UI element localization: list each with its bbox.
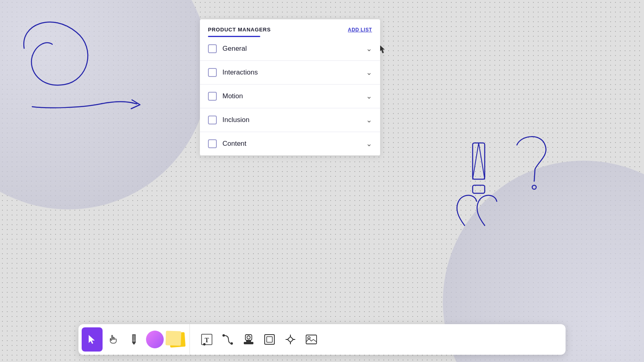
image-icon	[305, 333, 318, 346]
list-item-interactions[interactable]: Interactions ⌄	[200, 61, 380, 85]
chevron-inclusion[interactable]: ⌄	[366, 116, 372, 124]
item-label-motion: Motion	[222, 92, 243, 100]
card-header: PRODUCT MANAGERS ADD LIST	[200, 19, 380, 33]
checkbox-interactions[interactable]	[208, 68, 217, 77]
hand-tool-button[interactable]	[103, 327, 123, 352]
connector-icon	[221, 333, 234, 346]
item-label-general: General	[222, 45, 247, 53]
svg-rect-18	[267, 337, 272, 342]
list-item-general[interactable]: General ⌄	[200, 37, 380, 61]
checkbox-general[interactable]	[208, 44, 217, 53]
circle-shape-button[interactable]	[144, 327, 165, 352]
svg-rect-24	[306, 335, 317, 344]
diamond-icon	[284, 333, 297, 346]
circle-shape-icon	[146, 331, 164, 348]
cursor-icon	[86, 334, 98, 345]
svg-point-10	[203, 343, 206, 345]
toolbar-right-section: T	[193, 324, 322, 355]
chevron-content[interactable]: ⌄	[366, 139, 372, 148]
select-tool-button[interactable]	[82, 327, 103, 352]
chevron-motion[interactable]: ⌄	[366, 92, 372, 101]
svg-rect-16	[246, 340, 251, 342]
stamp-tool-button[interactable]	[238, 327, 259, 352]
pencil-icon	[128, 334, 140, 345]
text-tool-button[interactable]: T	[196, 327, 217, 352]
image-tool-button[interactable]	[301, 327, 322, 352]
pencil-tool-button[interactable]	[123, 327, 144, 352]
frame-tool-button[interactable]	[259, 327, 280, 352]
svg-point-14	[247, 336, 250, 339]
svg-rect-17	[265, 335, 274, 344]
connector-tool-button[interactable]	[217, 327, 238, 352]
list-item-inclusion[interactable]: Inclusion ⌄	[200, 108, 380, 132]
toolbar: T	[78, 324, 566, 355]
checkbox-motion[interactable]	[208, 92, 217, 101]
frame-icon	[263, 333, 276, 346]
add-list-button[interactable]: ADD LIST	[348, 27, 372, 33]
item-label-content: Content	[222, 140, 247, 148]
svg-text:T: T	[205, 337, 209, 343]
checkbox-inclusion[interactable]	[208, 116, 217, 124]
text-icon: T	[200, 333, 213, 346]
hand-icon	[107, 334, 119, 345]
list-item-motion[interactable]: Motion ⌄	[200, 85, 380, 108]
svg-rect-5	[133, 335, 136, 342]
sticky-notes-icon	[166, 331, 186, 348]
checkbox-content[interactable]	[208, 139, 217, 148]
svg-rect-19	[288, 337, 293, 342]
card-title: PRODUCT MANAGERS	[208, 27, 271, 33]
chevron-interactions[interactable]: ⌄	[366, 68, 372, 77]
list-item-content[interactable]: Content ⌄	[200, 132, 380, 155]
item-label-inclusion: Inclusion	[222, 116, 249, 124]
product-managers-card: PRODUCT MANAGERS ADD LIST General ⌄ Inte…	[200, 19, 380, 155]
chevron-general[interactable]: ⌄	[366, 44, 372, 53]
sticky-notes-button[interactable]	[165, 327, 186, 352]
toolbar-left-section	[82, 324, 190, 355]
plugin-tool-button[interactable]	[280, 327, 301, 352]
stamp-icon	[242, 333, 255, 346]
svg-rect-13	[245, 335, 252, 340]
item-label-interactions: Interactions	[222, 68, 258, 77]
